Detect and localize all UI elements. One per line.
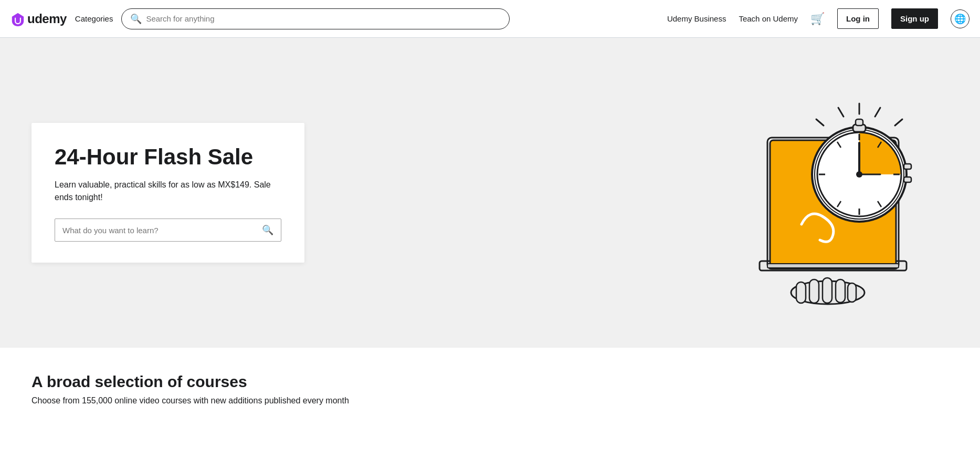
logo-text: udemy <box>27 12 67 26</box>
svg-line-31 <box>895 119 902 126</box>
nav-search-icon: 🔍 <box>130 13 142 25</box>
nav-udemy-business[interactable]: Udemy Business <box>667 14 726 23</box>
hero-section: 24-Hour Flash Sale Learn valuable, pract… <box>0 38 980 348</box>
svg-rect-3 <box>823 278 832 303</box>
svg-rect-4 <box>836 279 845 303</box>
hero-search-input[interactable] <box>62 226 257 235</box>
nav-search-input[interactable] <box>146 14 501 23</box>
signup-button[interactable]: Sign up <box>891 8 938 29</box>
hero-illustration <box>718 72 938 314</box>
hero-subtitle: Learn valuable, practical skills for as … <box>55 179 281 204</box>
svg-rect-5 <box>848 283 856 302</box>
svg-rect-27 <box>904 177 911 182</box>
hero-search-icon[interactable]: 🔍 <box>262 224 273 236</box>
courses-section: A broad selection of courses Choose from… <box>0 348 980 416</box>
courses-section-subtitle: Choose from 155,000 online video courses… <box>31 396 949 405</box>
svg-point-23 <box>856 171 862 178</box>
login-button[interactable]: Log in <box>837 8 879 29</box>
svg-rect-9 <box>767 264 899 268</box>
svg-rect-26 <box>904 164 911 169</box>
nav-right: Udemy Business Teach on Udemy 🛒 Log in S… <box>667 8 970 29</box>
svg-line-32 <box>816 119 824 126</box>
hero-search-wrapper: 🔍 <box>55 219 281 242</box>
svg-line-30 <box>838 108 844 117</box>
language-globe-icon[interactable]: 🌐 <box>951 9 970 28</box>
nav-categories[interactable]: Categories <box>75 14 113 23</box>
hero-title: 24-Hour Flash Sale <box>55 144 281 170</box>
nav-search-wrapper: 🔍 <box>121 8 510 29</box>
logo-icon <box>10 12 25 26</box>
cart-icon[interactable]: 🛒 <box>810 12 825 26</box>
courses-section-title: A broad selection of courses <box>31 373 949 391</box>
navbar: udemy Categories 🔍 Udemy Business Teach … <box>0 0 980 38</box>
svg-rect-1 <box>796 282 806 303</box>
logo[interactable]: udemy <box>10 12 67 26</box>
nav-search-container: 🔍 <box>121 8 510 29</box>
svg-line-29 <box>875 108 880 117</box>
hand-group <box>791 278 865 304</box>
hero-card: 24-Hour Flash Sale Learn valuable, pract… <box>31 123 304 263</box>
svg-rect-25 <box>856 119 863 126</box>
svg-rect-2 <box>809 279 819 303</box>
nav-teach[interactable]: Teach on Udemy <box>739 14 798 23</box>
